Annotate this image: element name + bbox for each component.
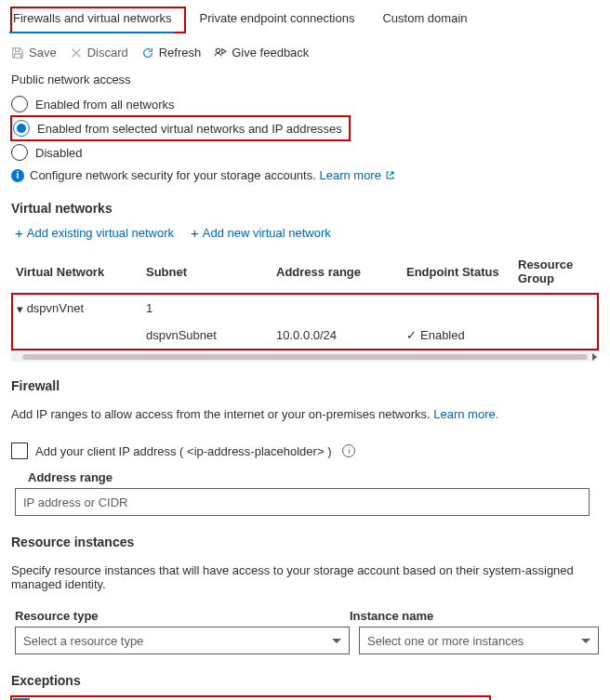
add-existing-vnet-label: Add existing virtual network [27,226,174,240]
radio-disabled[interactable] [11,144,28,161]
scroll-left-icon[interactable] [13,353,18,361]
resinst-desc: Specify resource instances that will hav… [11,561,599,597]
refresh-button[interactable]: Refresh [141,46,202,59]
refresh-label: Refresh [159,46,202,59]
refresh-icon [141,46,154,59]
col-resource-type: Resource type [15,609,350,623]
exceptions-title: Exceptions [11,673,599,688]
public-access-info: i Configure network security for your st… [11,165,599,192]
add-client-ip-label: Add your client IP address ( <ip-address… [35,444,331,458]
discard-button[interactable]: Discard [70,46,128,59]
info-icon[interactable]: i [342,444,355,457]
plus-icon: + [15,225,23,241]
tab-private-endpoint[interactable]: Private endpoint connections [198,7,368,33]
tab-bar: Firewalls and virtual networks Private e… [11,7,599,33]
info-icon: i [11,169,24,182]
radio-all-networks-label: Enabled from all networks [35,98,175,112]
external-link-icon [385,170,395,180]
radio-disabled-label: Disabled [35,146,83,160]
address-range-label: Address range [28,470,599,484]
firewall-title: Firewall [11,378,599,393]
radio-all-networks-row[interactable]: Enabled from all networks [11,92,599,116]
svg-point-0 [216,48,219,52]
horizontal-scrollbar[interactable] [11,352,599,362]
subnet-addr: 10.0.0.0/24 [272,322,403,350]
instance-name-placeholder: Select one or more instances [367,634,524,648]
tab-private-label: Private endpoint connections [200,11,355,25]
exception-trusted-row[interactable]: Allow Azure services on the trusted serv… [11,693,599,700]
subnet-status: Enabled [420,328,465,342]
radio-selected-networks-label: Enabled from selected virtual networks a… [37,122,342,136]
radio-disabled-row[interactable]: Disabled [11,140,599,165]
discard-icon [70,46,83,59]
firewall-desc-text: Add IP ranges to allow access from the i… [11,407,433,421]
subnet-name: dspvnSubnet [142,322,272,350]
add-new-vnet-label: Add new virtual network [203,226,331,240]
add-existing-vnet-button[interactable]: +Add existing virtual network [15,225,174,241]
radio-all-networks[interactable] [11,96,28,112]
resinst-headers: Resource type Instance name [15,609,599,623]
address-range-input[interactable] [15,488,590,516]
scroll-thumb[interactable] [22,354,588,360]
radio-selected-networks-row[interactable]: Enabled from selected virtual networks a… [11,116,350,140]
info-text: Configure network security for your stor… [30,168,319,182]
subnet-row[interactable]: dspvnSubnet 10.0.0.0/24 Enabled [12,322,598,350]
scroll-right-icon[interactable] [592,353,597,361]
col-subnet[interactable]: Subnet [142,250,272,294]
chevron-down-icon [581,639,590,643]
instance-name-select[interactable]: Select one or more instances [359,627,599,654]
check-icon [406,328,420,342]
feedback-icon [214,46,227,59]
firewall-learn-more-link[interactable]: Learn more. [433,407,498,421]
vnet-row[interactable]: ▾ dspvnVnet 1 [12,294,598,322]
col-instance-name: Instance name [350,609,599,623]
col-status[interactable]: Endpoint Status [403,250,514,294]
tab-firewalls-label: Firewalls and virtual networks [13,11,172,25]
feedback-label: Give feedback [232,46,309,59]
vnet-header-row: Virtual Network Subnet Address range End… [12,250,598,294]
vnet-title: Virtual networks [11,201,599,216]
add-client-ip-row[interactable]: Add your client IP address ( <ip-address… [11,439,599,463]
radio-selected-networks[interactable] [13,120,30,137]
save-button[interactable]: Save [11,46,57,59]
tab-custom-label: Custom domain [382,11,467,25]
resource-type-placeholder: Select a resource type [23,634,143,648]
col-addr[interactable]: Address range [272,250,403,294]
save-label: Save [29,46,57,59]
resinst-selects: Select a resource type Select one or mor… [15,627,599,654]
learn-more-label: Learn more [319,168,380,182]
vnet-name: dspvnVnet [27,301,84,315]
vnet-table: Virtual Network Subnet Address range End… [11,250,599,350]
col-rg[interactable]: Resource Group [514,250,598,294]
vnet-actions: +Add existing virtual network +Add new v… [11,221,599,250]
add-new-vnet-button[interactable]: +Add new virtual network [191,225,331,241]
feedback-button[interactable]: Give feedback [214,46,309,59]
tab-firewalls[interactable]: Firewalls and virtual networks [11,7,185,33]
vnet-subnet-count: 1 [142,294,272,322]
col-vn[interactable]: Virtual Network [12,250,142,294]
firewall-desc: Add IP ranges to allow access from the i… [11,405,599,427]
discard-label: Discard [87,46,128,59]
chevron-down-icon[interactable]: ▾ [17,302,23,316]
resource-type-select[interactable]: Select a resource type [15,627,350,654]
chevron-down-icon [332,639,341,643]
save-icon [11,46,24,59]
vnet-rows-highlight: ▾ dspvnVnet 1 dspvnSubnet 10.0.0.0/24 En… [12,294,598,350]
toolbar: Save Discard Refresh Give feedback [11,42,599,73]
add-client-ip-checkbox[interactable] [11,442,28,459]
tab-custom-domain[interactable]: Custom domain [380,7,480,33]
plus-icon: + [191,225,199,241]
learn-more-link[interactable]: Learn more [319,168,394,182]
public-access-title: Public network access [11,73,599,86]
resinst-title: Resource instances [11,535,599,549]
